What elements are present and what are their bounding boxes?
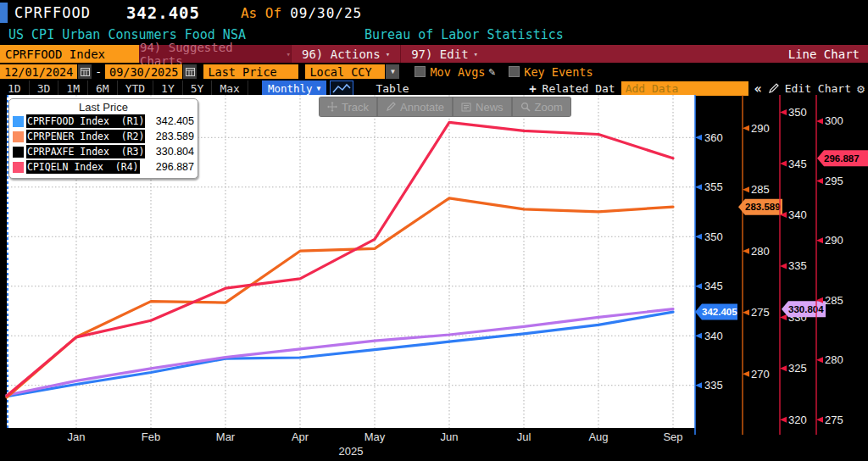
axis-R1[interactable]: 335340345350355360 [695, 95, 723, 435]
calendar-icon[interactable] [183, 64, 197, 79]
annotate-pencil-icon [386, 102, 396, 112]
svg-text:290: 290 [825, 234, 843, 247]
price-tag-R1: 342.405 [695, 304, 737, 320]
svg-text:Jan: Jan [68, 430, 86, 443]
actions-label: 96) Actions [302, 47, 381, 61]
track-button[interactable]: Track [320, 97, 376, 116]
zoom-magnifier-icon [520, 102, 531, 112]
svg-text:300: 300 [825, 114, 843, 127]
security-field[interactable]: CPRFFOOD Index [0, 45, 139, 63]
dropdown-arrow-icon: ▼ [317, 85, 321, 92]
svg-text:325: 325 [788, 362, 807, 375]
legend-row[interactable]: CPRPENER Index (R2)283.589 [13, 129, 194, 144]
zoom-button[interactable]: Zoom [513, 97, 570, 116]
date-from-field[interactable]: 12/01/2024 [0, 64, 77, 79]
key-events-label[interactable]: Key Events [524, 65, 593, 79]
function-toolbar: CPRFFOOD Index 94) Suggested Charts ▾ 96… [0, 45, 868, 63]
zoom-label: Zoom [535, 101, 563, 114]
collapse-panel-icon[interactable]: « [754, 81, 762, 97]
price-field-selector[interactable]: Last Price [203, 64, 298, 79]
news-button[interactable]: News [453, 97, 511, 116]
svg-text:Mar: Mar [216, 430, 236, 443]
mov-avgs-label[interactable]: Mov Avgs [430, 65, 485, 79]
legend-swatch [13, 116, 24, 127]
edit-chart-button[interactable]: Edit Chart [785, 82, 851, 95]
svg-text:285: 285 [825, 294, 843, 307]
svg-text:Jul: Jul [517, 430, 531, 443]
svg-text:350: 350 [788, 106, 807, 119]
currency-selector[interactable]: Local CCY [305, 64, 385, 79]
svg-text:360: 360 [704, 131, 723, 144]
svg-text:355: 355 [704, 181, 723, 193]
bloomberg-terminal-screen: CPRFFOOD 342.405 As Of 09/30/25 US CPI U… [0, 0, 868, 461]
svg-text:320: 320 [788, 414, 807, 426]
svg-text:Aug: Aug [588, 430, 608, 443]
svg-text:Apr: Apr [292, 430, 309, 443]
svg-text:Sep: Sep [663, 430, 682, 443]
chart-legend[interactable]: Last Price CPRFFOOD Index (R1)342.405CPR… [8, 98, 198, 179]
pencil-icon[interactable]: ✎ [488, 65, 495, 78]
related-data-button[interactable]: Related Dat [542, 82, 615, 95]
legend-label: CPRPENER Index (R2) [26, 130, 145, 143]
axis-R2[interactable]: 270275280285290 [743, 95, 770, 435]
svg-text:340: 340 [704, 330, 723, 342]
mov-avgs-checkbox[interactable] [415, 66, 426, 77]
svg-text:345: 345 [788, 158, 807, 170]
security-ticker: CPRFFOOD [14, 4, 91, 21]
legend-row[interactable]: CPIQELN Index (R4)296.887 [13, 159, 194, 175]
description-row: US CPI Urban Consumers Food NSA Bureau o… [0, 25, 868, 45]
actions-button[interactable]: 96) Actions ▾ [291, 45, 400, 63]
svg-text:335: 335 [704, 379, 723, 392]
selection-indicator [0, 3, 8, 23]
track-label: Track [342, 101, 369, 114]
annotate-button[interactable]: Annotate [378, 97, 452, 116]
chart-floating-toolbar: Track Annotate News Zoom [319, 97, 571, 117]
table-button[interactable]: Table [376, 82, 409, 95]
legend-swatch [13, 131, 24, 142]
svg-text:296.887: 296.887 [824, 153, 860, 164]
price-tag-R3: 330.804 [782, 301, 826, 317]
svg-text:270: 270 [751, 368, 770, 380]
chevron-down-icon: ▾ [474, 50, 478, 58]
svg-text:275: 275 [825, 414, 843, 426]
svg-text:342.405: 342.405 [702, 307, 737, 317]
currency-dropdown-arrow[interactable]: ▼ [386, 64, 399, 79]
svg-text:295: 295 [825, 175, 843, 187]
key-events-checkbox[interactable] [509, 66, 520, 77]
annotate-label: Annotate [400, 101, 444, 114]
x-axis-labels: JanFebMarAprMayJunJulAugSep2025 [68, 430, 683, 458]
axis-R4[interactable]: 275280285290295300 [816, 95, 843, 435]
legend-swatch [13, 162, 24, 173]
calendar-icon[interactable] [78, 64, 92, 79]
as-of-date: 09/30/25 [290, 5, 362, 21]
axis-R3[interactable]: 320325330335340345350 [780, 95, 807, 435]
chevron-down-icon: ▾ [386, 50, 390, 58]
add-data-input[interactable] [621, 81, 748, 96]
svg-text:283.589: 283.589 [745, 202, 781, 212]
svg-text:330.804: 330.804 [788, 304, 824, 314]
svg-text:May: May [364, 430, 386, 443]
edit-button[interactable]: 97) Edit ▾ [400, 45, 488, 63]
legend-title: Last Price [13, 101, 194, 114]
gear-icon[interactable]: ⚙ [857, 81, 865, 97]
legend-row[interactable]: CPRFFOOD Index (R1)342.405 [13, 114, 194, 129]
data-source: Bureau of Labor Statistics [364, 27, 564, 42]
svg-text:280: 280 [825, 353, 843, 366]
svg-text:Feb: Feb [142, 430, 160, 443]
dropdown-arrow-icon: ▼ [391, 68, 395, 75]
edit-label: 97) Edit [411, 47, 468, 61]
price-tag-R4: 296.887 [817, 150, 868, 166]
pencil-icon [768, 83, 779, 94]
svg-text:345: 345 [704, 280, 723, 292]
svg-text:290: 290 [751, 122, 770, 135]
price-tag-R2: 283.589 [738, 199, 782, 215]
svg-text:335: 335 [788, 259, 807, 272]
svg-text:275: 275 [751, 306, 770, 319]
legend-label: CPIQELN Index (R4) [26, 160, 140, 174]
chart-controls-row: 12/01/2024 - 09/30/2025 Last Price Local… [0, 64, 868, 80]
suggested-charts-button[interactable]: 94) Suggested Charts ▾ [139, 45, 291, 63]
ticker-header: CPRFFOOD 342.405 As Of 09/30/25 [0, 0, 868, 25]
date-to-field[interactable]: 09/30/2025 [105, 64, 182, 79]
news-icon [461, 102, 471, 112]
legend-row[interactable]: CPRPAXFE Index (R3)330.804 [13, 144, 194, 159]
